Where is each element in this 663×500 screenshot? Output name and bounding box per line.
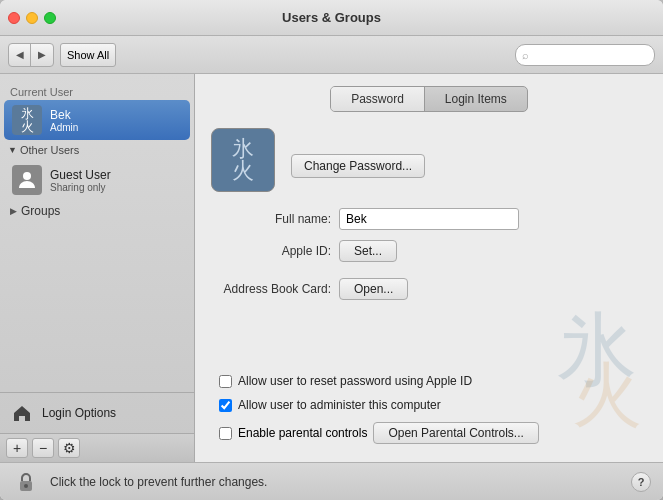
svg-point-0 (23, 172, 31, 180)
user-avatar-large: 氷火 (211, 128, 275, 192)
apple-id-row: Apple ID: Set... (211, 240, 647, 262)
settings-button[interactable]: ⚙ (58, 438, 80, 458)
main-panel: Password Login Items 氷火 Change Password.… (195, 74, 663, 462)
guest-sub: Sharing only (50, 182, 111, 193)
form-rows: Full name: Apple ID: Set... Address Book… (211, 208, 647, 366)
checkboxes-section: Allow user to reset password using Apple… (211, 374, 647, 450)
apple-id-set-button[interactable]: Set... (339, 240, 397, 262)
apple-id-label: Apple ID: (211, 244, 331, 258)
checkbox-reset-password-row: Allow user to reset password using Apple… (219, 374, 647, 388)
tab-group: Password Login Items (330, 86, 528, 112)
house-icon (10, 401, 34, 425)
groups-label: Groups (21, 204, 60, 218)
minimize-button[interactable] (26, 12, 38, 24)
sidebar-item-login-options[interactable]: Login Options (0, 393, 194, 433)
toolbar: ◀ ▶ Show All ⌕ (0, 36, 663, 74)
sidebar-toolbar: + − ⚙ (0, 433, 194, 462)
guest-name: Guest User (50, 168, 111, 182)
parental-controls-checkbox[interactable] (219, 427, 232, 440)
full-name-input[interactable] (339, 208, 519, 230)
lock-button[interactable] (12, 468, 40, 496)
guest-avatar (12, 165, 42, 195)
titlebar: Users & Groups (0, 0, 663, 36)
help-button[interactable]: ? (631, 472, 651, 492)
lock-text: Click the lock to prevent further change… (50, 475, 267, 489)
content: Current User 氷火 Bek Admin ▼ Other Users (0, 74, 663, 462)
bek-name: Bek (50, 108, 78, 122)
current-user-label: Current User (0, 82, 194, 100)
window-title: Users & Groups (282, 10, 381, 25)
change-password-button[interactable]: Change Password... (291, 154, 425, 178)
sidebar-item-bek[interactable]: 氷火 Bek Admin (4, 100, 190, 140)
main-content-wrapper: Password Login Items 氷火 Change Password.… (211, 86, 647, 450)
checkbox-admin-row: Allow user to administer this computer (219, 398, 647, 412)
full-name-row: Full name: (211, 208, 647, 230)
parental-row: Enable parental controls Open Parental C… (219, 422, 647, 444)
add-user-button[interactable]: + (6, 438, 28, 458)
close-button[interactable] (8, 12, 20, 24)
window: Users & Groups ◀ ▶ Show All ⌕ Current Us… (0, 0, 663, 500)
triangle-icon: ▼ (8, 145, 17, 155)
maximize-button[interactable] (44, 12, 56, 24)
address-book-open-button[interactable]: Open... (339, 278, 408, 300)
show-all-button[interactable]: Show All (60, 43, 116, 67)
forward-arrow[interactable]: ▶ (31, 44, 53, 66)
bottom-bar: Click the lock to prevent further change… (0, 462, 663, 500)
reset-password-label: Allow user to reset password using Apple… (238, 374, 472, 388)
address-book-row: Address Book Card: Open... (211, 278, 647, 300)
traffic-lights (8, 12, 56, 24)
address-book-label: Address Book Card: (211, 282, 331, 296)
search-box[interactable]: ⌕ (515, 44, 655, 66)
parental-label: Enable parental controls (238, 426, 367, 440)
guest-info: Guest User Sharing only (50, 168, 111, 193)
sidebar: Current User 氷火 Bek Admin ▼ Other Users (0, 74, 195, 462)
open-parental-button[interactable]: Open Parental Controls... (373, 422, 538, 444)
back-arrow[interactable]: ◀ (9, 44, 31, 66)
other-users-label: Other Users (20, 144, 79, 156)
sidebar-item-guest[interactable]: Guest User Sharing only (4, 160, 190, 200)
bek-avatar: 氷火 (12, 105, 42, 135)
bek-role: Admin (50, 122, 78, 133)
tabs-bar: Password Login Items (211, 86, 647, 112)
other-users-toggle[interactable]: ▼ Other Users (0, 140, 194, 160)
user-info-section: 氷火 Change Password... (211, 128, 647, 192)
admin-checkbox[interactable] (219, 399, 232, 412)
full-name-label: Full name: (211, 212, 331, 226)
tab-password[interactable]: Password (331, 87, 425, 111)
search-icon: ⌕ (522, 49, 529, 61)
groups-triangle-icon: ▶ (10, 206, 17, 216)
bek-info: Bek Admin (50, 108, 78, 133)
svg-point-2 (24, 484, 28, 488)
admin-label: Allow user to administer this computer (238, 398, 441, 412)
tab-login-items[interactable]: Login Items (425, 87, 527, 111)
nav-arrows[interactable]: ◀ ▶ (8, 43, 54, 67)
avatar-kanji: 氷火 (232, 138, 254, 182)
login-options-label: Login Options (42, 406, 116, 420)
remove-user-button[interactable]: − (32, 438, 54, 458)
reset-password-checkbox[interactable] (219, 375, 232, 388)
sidebar-bottom: Login Options + − ⚙ (0, 392, 194, 462)
sidebar-item-groups[interactable]: ▶ Groups (0, 200, 194, 222)
